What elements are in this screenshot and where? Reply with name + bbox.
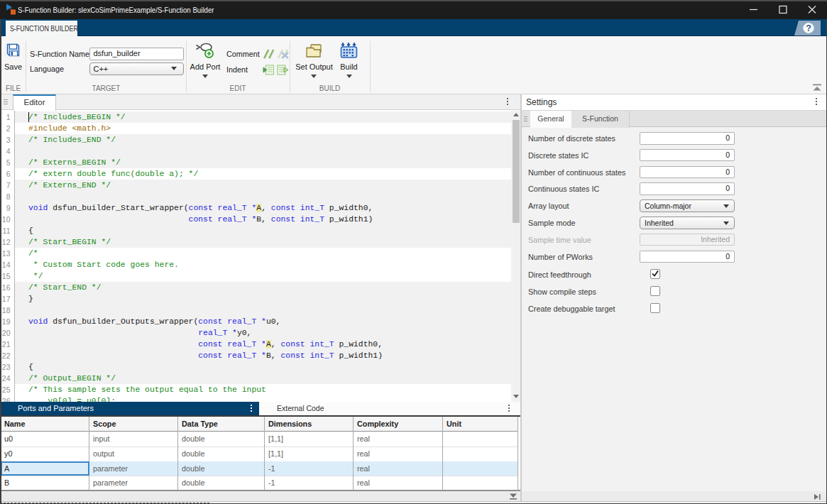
svg-text:?: ?: [806, 23, 811, 33]
